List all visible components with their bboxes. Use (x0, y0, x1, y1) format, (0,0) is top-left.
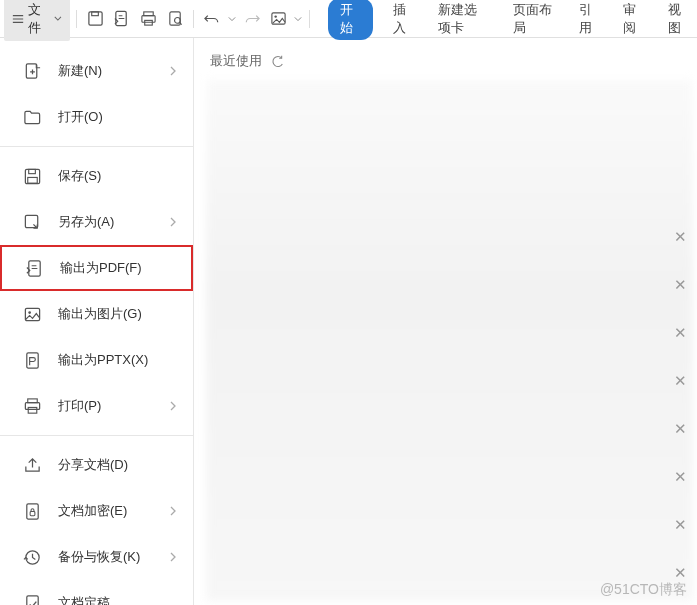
menu-finalize[interactable]: 文档定稿 (0, 580, 193, 605)
export-pdf-icon[interactable] (110, 5, 135, 33)
tab-insert[interactable]: 插入 (389, 0, 418, 39)
folder-open-icon (22, 107, 42, 127)
image-icon[interactable] (266, 5, 291, 33)
body-area: 新建(N) 打开(O) 保存(S) 另存为(A) (0, 38, 697, 605)
hamburger-icon (12, 12, 24, 26)
tab-newtab[interactable]: 新建选项卡 (434, 0, 494, 39)
menu-saveas[interactable]: 另存为(A) (0, 199, 193, 245)
export-pptx-icon (22, 350, 42, 370)
print-icon (22, 396, 42, 416)
file-menu-label: 文件 (28, 1, 50, 37)
menu-open[interactable]: 打开(O) (0, 94, 193, 140)
close-icon[interactable]: ✕ (674, 468, 687, 486)
svg-rect-4 (142, 16, 155, 23)
tab-review[interactable]: 审阅 (619, 0, 648, 39)
menu-print[interactable]: 打印(P) (0, 383, 193, 429)
menu-export-pdf[interactable]: 输出为PDF(F) (0, 245, 193, 291)
menu-label: 文档定稿 (58, 594, 110, 605)
close-icon[interactable]: ✕ (674, 420, 687, 438)
chevron-right-icon (169, 401, 177, 411)
close-icon[interactable]: ✕ (674, 516, 687, 534)
svg-rect-21 (28, 407, 37, 413)
tab-view[interactable]: 视图 (664, 0, 693, 39)
svg-rect-10 (26, 63, 36, 77)
lock-icon (22, 501, 42, 521)
menu-label: 输出为PPTX(X) (58, 351, 148, 369)
file-menu-panel: 新建(N) 打开(O) 保存(S) 另存为(A) (0, 38, 194, 605)
menu-save[interactable]: 保存(S) (0, 153, 193, 199)
chevron-right-icon (169, 217, 177, 227)
menu-export-image[interactable]: 输出为图片(G) (0, 291, 193, 337)
menu-label: 打开(O) (58, 108, 103, 126)
image-dropdown-icon[interactable] (293, 5, 304, 33)
menu-new[interactable]: 新建(N) (0, 48, 193, 94)
svg-rect-12 (28, 169, 35, 173)
close-icon[interactable]: ✕ (674, 324, 687, 342)
recent-files-panel: 最近使用 ✕ ✕ ✕ ✕ ✕ ✕ ✕ ✕ (194, 38, 697, 605)
recent-label: 最近使用 (210, 52, 262, 70)
svg-rect-14 (25, 215, 37, 227)
toolbar-separator (76, 10, 77, 28)
chevron-right-icon (169, 66, 177, 76)
main-toolbar: 文件 开始 插入 新建选项卡 页面布局 引用 审阅 视图 (0, 0, 697, 38)
menu-export-pptx[interactable]: 输出为PPTX(X) (0, 337, 193, 383)
menu-backup[interactable]: 备份与恢复(K) (0, 534, 193, 580)
svg-point-7 (174, 18, 180, 24)
svg-rect-0 (89, 12, 102, 25)
svg-rect-25 (26, 595, 37, 605)
close-column: ✕ ✕ ✕ ✕ ✕ ✕ ✕ ✕ (674, 228, 687, 582)
save-icon (22, 166, 42, 186)
tab-reference[interactable]: 引用 (575, 0, 604, 39)
recent-header: 最近使用 (210, 52, 681, 70)
svg-point-17 (28, 311, 31, 314)
chevron-right-icon (169, 552, 177, 562)
watermark: @51CTO博客 (600, 581, 687, 599)
undo-dropdown-icon[interactable] (227, 5, 238, 33)
menu-share[interactable]: 分享文档(D) (0, 442, 193, 488)
tab-pagelayout[interactable]: 页面布局 (509, 0, 558, 39)
chevron-down-icon (54, 14, 62, 23)
close-icon[interactable]: ✕ (674, 564, 687, 582)
menu-label: 另存为(A) (58, 213, 114, 231)
refresh-icon[interactable] (270, 54, 285, 69)
svg-rect-20 (25, 402, 39, 409)
menu-encrypt[interactable]: 文档加密(E) (0, 488, 193, 534)
redo-icon[interactable] (239, 5, 264, 33)
menu-divider (0, 146, 193, 147)
menu-label: 文档加密(E) (58, 502, 127, 520)
undo-icon[interactable] (200, 5, 225, 33)
saveas-icon (22, 212, 42, 232)
save-icon[interactable] (83, 5, 108, 33)
close-icon[interactable]: ✕ (674, 228, 687, 246)
toolbar-separator (193, 10, 194, 28)
menu-label: 分享文档(D) (58, 456, 128, 474)
svg-rect-18 (26, 352, 37, 367)
close-icon[interactable]: ✕ (674, 276, 687, 294)
close-icon[interactable]: ✕ (674, 372, 687, 390)
svg-rect-23 (30, 511, 35, 515)
menu-divider (0, 435, 193, 436)
print-preview-icon[interactable] (163, 5, 188, 33)
menu-label: 备份与恢复(K) (58, 548, 140, 566)
toolbar-separator (309, 10, 310, 28)
recent-list-blurred (206, 80, 693, 601)
new-file-icon (22, 61, 42, 81)
export-image-icon (22, 304, 42, 324)
svg-point-9 (274, 15, 276, 17)
export-pdf-icon (24, 258, 44, 278)
menu-label: 新建(N) (58, 62, 102, 80)
tab-start[interactable]: 开始 (328, 0, 373, 40)
file-menu-button[interactable]: 文件 (4, 0, 70, 41)
menu-label: 保存(S) (58, 167, 101, 185)
share-icon (22, 455, 42, 475)
print-icon[interactable] (136, 5, 161, 33)
chevron-right-icon (169, 506, 177, 516)
menu-label: 输出为PDF(F) (60, 259, 142, 277)
backup-restore-icon (22, 547, 42, 567)
svg-rect-13 (27, 177, 37, 183)
menu-label: 输出为图片(G) (58, 305, 142, 323)
menu-label: 打印(P) (58, 397, 101, 415)
svg-rect-3 (144, 12, 153, 16)
check-document-icon (22, 593, 42, 605)
ribbon-tabs: 开始 插入 新建选项卡 页面布局 引用 审阅 视图 (328, 0, 693, 40)
